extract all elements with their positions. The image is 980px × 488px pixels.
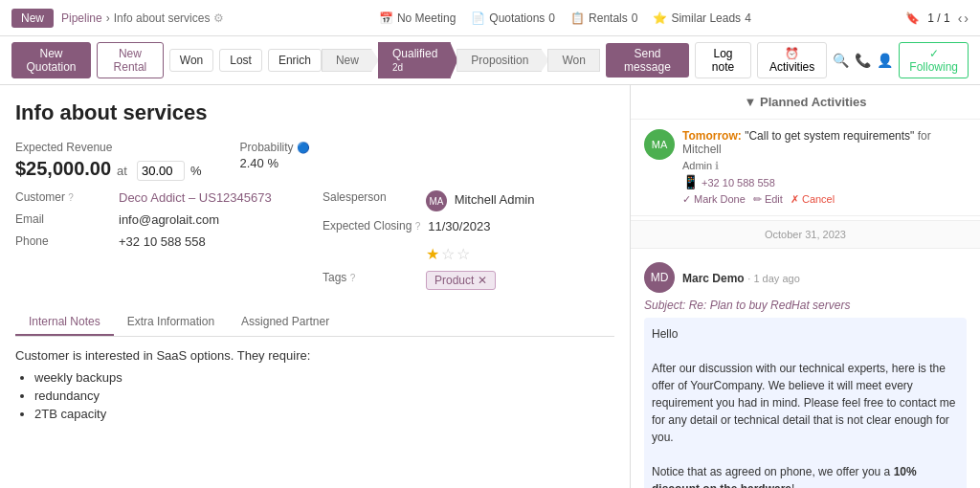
- lost-button[interactable]: Lost: [219, 49, 262, 72]
- topbar-right: 🔖 1 / 1 ‹ ›: [905, 11, 969, 26]
- revenue-amount: $25,000.00: [15, 158, 111, 180]
- customer-help-icon: ?: [68, 192, 74, 203]
- following-button[interactable]: ✓ Following: [899, 42, 969, 78]
- rentals-count: 0: [632, 11, 638, 25]
- calendar-icon: 📅: [379, 11, 393, 25]
- tag-product: Product ✕: [426, 271, 496, 290]
- salesperson-label: Salesperson: [323, 190, 418, 211]
- at-label: at: [117, 164, 127, 178]
- no-meeting-label: No Meeting: [397, 11, 456, 25]
- settings-icon[interactable]: ⚙: [213, 11, 224, 25]
- new-quotation-button[interactable]: New Quotation: [11, 42, 91, 78]
- salesperson-value: MA Mitchell Admin: [426, 190, 534, 211]
- stage-qualified[interactable]: Qualified 2d: [378, 42, 457, 78]
- closing-help-icon: ?: [415, 221, 421, 232]
- rentals-icon: 📋: [570, 11, 585, 25]
- topbar: New Pipeline › Info about services ⚙ 📅 N…: [0, 0, 980, 36]
- quotation-icon: 📄: [471, 11, 485, 25]
- tag-close-icon[interactable]: ✕: [478, 274, 487, 287]
- email-row: Email info@agrolait.com: [15, 212, 307, 227]
- left-info: Customer ? Deco Addict – US12345673 Emai…: [15, 190, 307, 298]
- marc-avatar: MD: [644, 262, 675, 293]
- closing-label: Expected Closing ?: [323, 219, 420, 233]
- probability-label: Probability 🔵: [240, 141, 310, 154]
- topbar-center: 📅 No Meeting 📄 Quotations 0 📋 Rentals 0 …: [379, 11, 751, 25]
- stage-new[interactable]: New: [322, 49, 379, 72]
- stage-proposition[interactable]: Proposition: [457, 49, 548, 72]
- new-rental-button[interactable]: New Rental: [97, 42, 164, 78]
- message-marc-header: MD Marc Demo · 1 day ago: [644, 262, 967, 293]
- quotations-label: Quotations: [489, 11, 545, 25]
- list-item-3: 2TB capacity: [34, 407, 614, 421]
- page-nav: 1 / 1: [927, 11, 949, 25]
- activity-item: MA Tomorrow: "Call to get system require…: [631, 120, 980, 216]
- tab-extra-information[interactable]: Extra Information: [114, 309, 228, 336]
- bookmark-icon[interactable]: 🔖: [905, 11, 920, 25]
- prev-arrow[interactable]: ‹: [958, 11, 963, 26]
- main-layout: Info about services Expected Revenue $25…: [0, 85, 980, 488]
- similar-leads-label: Similar Leads: [671, 11, 741, 25]
- breadcrumb-current: Info about services: [114, 11, 211, 25]
- expected-revenue-group: Expected Revenue $25,000.00 at %: [15, 141, 202, 181]
- breadcrumb: Pipeline › Info about services ⚙: [61, 11, 224, 25]
- search-icon[interactable]: 🔍: [833, 53, 849, 68]
- product-tag: Product ✕: [426, 271, 496, 290]
- customer-row: Customer ? Deco Addict – US12345673: [15, 190, 307, 205]
- similar-leads-item[interactable]: ⭐ Similar Leads 4: [653, 11, 750, 25]
- action-toolbar: New Quotation New Rental Won Lost Enrich…: [0, 36, 980, 85]
- call-title: "Call to get system requirements": [745, 129, 914, 143]
- user-icon[interactable]: 👤: [877, 53, 893, 68]
- toolbar-left: New Quotation New Rental Won Lost Enrich: [11, 42, 322, 78]
- stage-won[interactable]: Won: [547, 49, 599, 72]
- page-title: Info about services: [15, 100, 614, 125]
- phone-icon[interactable]: 📞: [855, 53, 871, 68]
- star-2[interactable]: ☆: [441, 245, 455, 263]
- activity-phone: 📱 +32 10 588 558: [682, 174, 967, 189]
- rentals-item[interactable]: 📋 Rentals 0: [570, 11, 637, 25]
- star-icon: ⭐: [653, 11, 667, 25]
- enrich-button[interactable]: Enrich: [268, 49, 322, 72]
- log-note-button[interactable]: Log note: [695, 42, 751, 78]
- tags-label: Tags ?: [323, 271, 418, 290]
- salesperson-avatar: MA: [426, 190, 447, 211]
- quotations-item[interactable]: 📄 Quotations 0: [471, 11, 555, 25]
- closing-value: 11/30/2023: [428, 219, 490, 233]
- no-meeting-item[interactable]: 📅 No Meeting: [379, 11, 456, 25]
- similar-leads-count: 4: [745, 11, 751, 25]
- whatsapp-icon: 📱: [682, 174, 699, 189]
- tag-label: Product: [434, 274, 474, 287]
- breadcrumb-separator: ›: [106, 11, 110, 25]
- cancel-action[interactable]: ✗ Cancel: [791, 193, 835, 206]
- planned-activities-header: ▼ Planned Activities: [631, 85, 980, 120]
- mark-done-action[interactable]: ✓ Mark Done: [682, 193, 746, 206]
- next-arrow[interactable]: ›: [964, 11, 969, 26]
- probability-group: Probability 🔵 2.40 %: [240, 141, 310, 170]
- topbar-left: New Pipeline › Info about services ⚙: [11, 9, 224, 28]
- phone-row: Phone +32 10 588 558: [15, 234, 307, 249]
- activity-date: Tomorrow: "Call to get system requiremen…: [682, 129, 967, 156]
- new-button[interactable]: New: [11, 9, 54, 28]
- edit-action[interactable]: ✏ Edit: [753, 193, 783, 206]
- tab-internal-notes[interactable]: Internal Notes: [15, 309, 114, 336]
- rentals-label: Rentals: [589, 11, 628, 25]
- date-divider: October 31, 2023: [631, 220, 980, 249]
- pipeline-link[interactable]: Pipeline: [61, 11, 102, 25]
- activities-button[interactable]: ⏰ Activities: [757, 42, 827, 78]
- content-area: Info about services Expected Revenue $25…: [0, 85, 631, 488]
- pipeline-stages: New Qualified 2d Proposition Won: [322, 42, 600, 78]
- revenue-probability-section: Expected Revenue $25,000.00 at % Probabi…: [15, 141, 614, 181]
- customer-value[interactable]: Deco Addict – US12345673: [119, 190, 272, 205]
- marc-time: · 1 day ago: [747, 273, 799, 284]
- star-3[interactable]: ☆: [457, 245, 470, 263]
- star-1[interactable]: ★: [426, 245, 439, 263]
- activity-user: Admin ℹ: [682, 160, 967, 172]
- send-message-button[interactable]: Send message: [606, 43, 689, 78]
- info-section: Customer ? Deco Addict – US12345673 Emai…: [15, 190, 614, 298]
- list-item-1: weekly backups: [34, 370, 614, 385]
- tab-assigned-partner[interactable]: Assigned Partner: [228, 309, 343, 336]
- won-button[interactable]: Won: [169, 49, 213, 72]
- tags-help-icon: ?: [350, 273, 356, 283]
- email-label: Email: [15, 212, 111, 227]
- revenue-target-input[interactable]: [137, 161, 185, 181]
- activity-content: MA Tomorrow: "Call to get system require…: [644, 129, 967, 206]
